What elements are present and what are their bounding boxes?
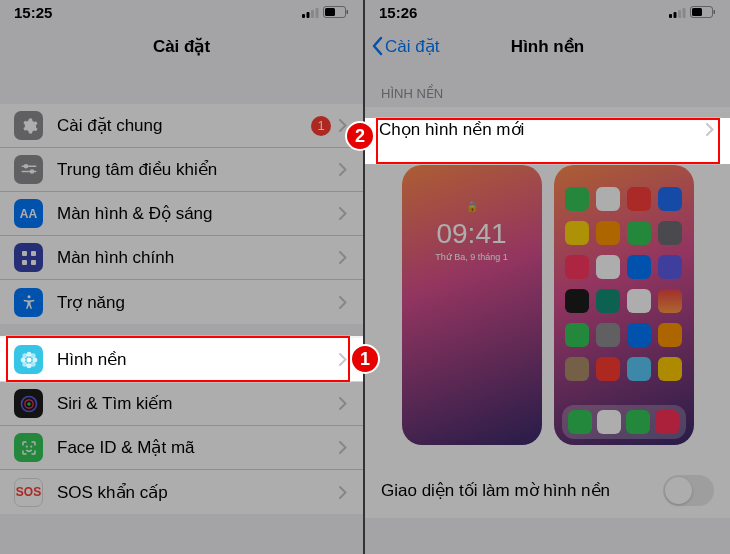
- row-label: Trung tâm điều khiển: [57, 159, 339, 180]
- preview-date: Thứ Ba, 9 tháng 1: [435, 252, 508, 262]
- svg-rect-35: [692, 8, 702, 16]
- svg-rect-0: [302, 14, 305, 18]
- chevron-right-icon: [339, 163, 347, 176]
- wallpaper-list: Chọn hình nền mới: [365, 107, 730, 151]
- svg-rect-6: [347, 10, 349, 14]
- signal-icon: [669, 7, 686, 18]
- row-accessibility[interactable]: Trợ năng: [0, 280, 363, 324]
- back-button[interactable]: Cài đặt: [371, 36, 439, 57]
- row-faceid[interactable]: Face ID & Mật mã: [0, 426, 363, 470]
- chevron-left-icon: [371, 36, 383, 56]
- toggle-dark-dim: Giao diện tối làm mờ hình nền: [365, 463, 730, 518]
- lock-icon: 🔒: [466, 201, 478, 212]
- status-bar: 15:26: [365, 0, 730, 24]
- svg-rect-5: [325, 8, 335, 16]
- row-label: Màn hình & Độ sáng: [57, 203, 339, 224]
- row-label: Cài đặt chung: [57, 115, 311, 136]
- chevron-right-icon: [339, 251, 347, 264]
- siri-icon: [14, 389, 43, 418]
- step-marker-1: 1: [350, 344, 380, 374]
- chevron-right-icon: [339, 207, 347, 220]
- home-grid: [564, 187, 684, 395]
- row-label: Hình nền: [57, 349, 339, 370]
- battery-icon: [690, 6, 716, 18]
- chevron-right-icon: [339, 397, 347, 410]
- face-id-icon: [14, 433, 43, 462]
- svg-rect-11: [22, 251, 27, 256]
- chevron-right-icon: [339, 441, 347, 454]
- battery-icon: [323, 6, 349, 18]
- gear-icon: [14, 111, 43, 140]
- sos-icon: SOS: [14, 478, 43, 507]
- svg-rect-2: [311, 10, 314, 18]
- svg-point-22: [30, 353, 35, 358]
- chevron-right-icon: [339, 296, 347, 309]
- nav-bar: Cài đặt Hình nền: [365, 24, 730, 68]
- row-label: SOS khẩn cấp: [57, 482, 339, 503]
- svg-point-23: [22, 361, 27, 366]
- status-icons: [669, 6, 716, 18]
- row-label: Siri & Tìm kiếm: [57, 393, 339, 414]
- row-label: Trợ năng: [57, 292, 339, 313]
- svg-rect-12: [31, 251, 36, 256]
- row-label: Màn hình chính: [57, 248, 339, 268]
- signal-icon: [302, 7, 319, 18]
- nav-bar: Cài đặt: [0, 24, 363, 68]
- flower-icon: [14, 345, 43, 374]
- step-marker-2: 2: [345, 121, 375, 151]
- chevron-right-icon: [706, 123, 714, 136]
- svg-point-27: [27, 402, 30, 405]
- back-label: Cài đặt: [385, 36, 439, 57]
- home-screen-preview[interactable]: [554, 165, 694, 445]
- status-time: 15:26: [379, 4, 417, 21]
- text-size-icon: AA: [14, 199, 43, 228]
- chevron-right-icon: [339, 486, 347, 499]
- svg-rect-13: [22, 260, 27, 265]
- row-sos[interactable]: SOS SOS khẩn cấp: [0, 470, 363, 514]
- svg-point-16: [26, 357, 31, 362]
- lock-screen-preview[interactable]: 🔒 09:41 Thứ Ba, 9 tháng 1: [402, 165, 542, 445]
- wallpaper-previews: 🔒 09:41 Thứ Ba, 9 tháng 1: [365, 151, 730, 463]
- wallpaper-screen: 15:26 Cài đặt Hình nền HÌNH NỀN Chọn hìn…: [365, 0, 730, 554]
- toggle-label: Giao diện tối làm mờ hình nền: [381, 480, 663, 501]
- dock: [562, 405, 686, 439]
- sliders-icon: [14, 155, 43, 184]
- svg-rect-36: [714, 10, 716, 14]
- row-control-center[interactable]: Trung tâm điều khiển: [0, 148, 363, 192]
- settings-list-2: Hình nền Siri & Tìm kiếm Face ID & Mật m…: [0, 338, 363, 514]
- svg-rect-31: [674, 12, 677, 18]
- row-label: Face ID & Mật mã: [57, 437, 339, 458]
- row-siri[interactable]: Siri & Tìm kiếm: [0, 382, 363, 426]
- notification-badge: 1: [311, 116, 331, 136]
- row-choose-new-wallpaper[interactable]: Chọn hình nền mới: [365, 107, 730, 151]
- preview-time: 09:41: [436, 218, 506, 250]
- svg-point-21: [22, 353, 27, 358]
- status-icons: [302, 6, 349, 18]
- settings-list: Cài đặt chung 1 Trung tâm điều khiển AA …: [0, 104, 363, 324]
- row-wallpaper[interactable]: Hình nền: [0, 338, 363, 382]
- svg-point-29: [30, 446, 31, 447]
- nav-title: Hình nền: [511, 36, 584, 57]
- row-home-screen[interactable]: Màn hình chính: [0, 236, 363, 280]
- svg-point-28: [26, 446, 27, 447]
- chevron-right-icon: [339, 353, 347, 366]
- section-header: HÌNH NỀN: [365, 68, 730, 107]
- settings-screen: 15:25 Cài đặt Cài đặt chung 1 Trung tâm …: [0, 0, 365, 554]
- svg-rect-3: [316, 8, 319, 18]
- toggle-switch[interactable]: [663, 475, 714, 506]
- svg-rect-30: [669, 14, 672, 18]
- row-label: Chọn hình nền mới: [379, 119, 706, 140]
- grid-icon: [14, 243, 43, 272]
- svg-point-24: [30, 361, 35, 366]
- accessibility-icon: [14, 288, 43, 317]
- nav-title: Cài đặt: [153, 36, 210, 57]
- svg-rect-1: [307, 12, 310, 18]
- status-bar: 15:25: [0, 0, 363, 24]
- svg-rect-33: [683, 8, 686, 18]
- svg-rect-32: [678, 10, 681, 18]
- row-general[interactable]: Cài đặt chung 1: [0, 104, 363, 148]
- svg-point-15: [27, 295, 30, 298]
- svg-rect-14: [31, 260, 36, 265]
- status-time: 15:25: [14, 4, 52, 21]
- row-display[interactable]: AA Màn hình & Độ sáng: [0, 192, 363, 236]
